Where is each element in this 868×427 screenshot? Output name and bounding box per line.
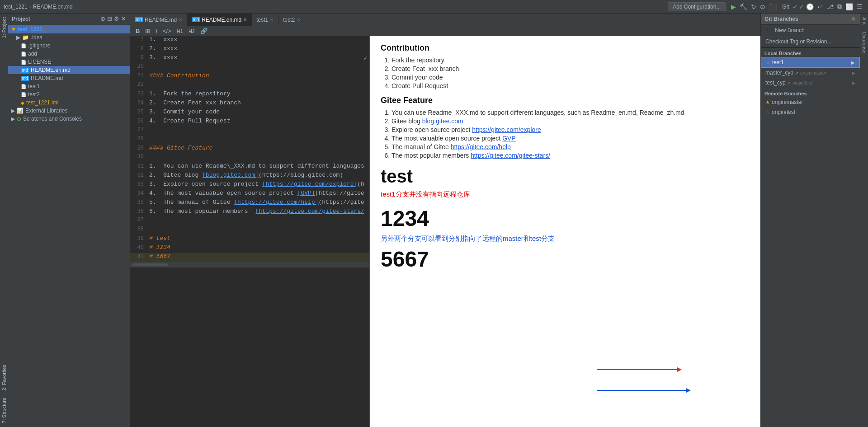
branch-name-master-cyp: master_cyp bbox=[765, 70, 793, 76]
tree-item-gitignore[interactable]: 📄 .gitignore bbox=[8, 42, 130, 50]
code-line-36: 36 6. The most popular members [https://… bbox=[130, 208, 369, 217]
settings-gear-button[interactable]: ⚙ bbox=[114, 15, 119, 22]
close-readme-en-md[interactable]: ✕ bbox=[243, 17, 247, 22]
tab-project[interactable]: 1: Project bbox=[0, 14, 8, 42]
code-line-26: 26 4. Create Pull Request bbox=[130, 117, 369, 127]
checkout-tag-action[interactable]: Checkout Tag or Revision... bbox=[761, 36, 860, 47]
italic-button[interactable]: I bbox=[154, 27, 159, 35]
editor-body: 17 1. xxxx 18 2. xxxx 19 3. xxxx ✓ 20 bbox=[130, 36, 760, 427]
code-line-25: 25 3. Commit your code bbox=[130, 108, 369, 117]
branch-item-test1[interactable]: ☆ test1 ▶ bbox=[761, 57, 860, 68]
editor-tabs-bar: md README.md ✕ md README.en.md ✕ test1 ✕… bbox=[130, 14, 760, 26]
preview-area: Contribution Fork the repository Create … bbox=[370, 36, 760, 427]
close-readme-md[interactable]: ✕ bbox=[179, 17, 182, 22]
project-tree: ▼ test_1221 D:/cyp/WorkSpace/idea_Projec… bbox=[8, 24, 130, 427]
git-undo-button[interactable]: ↩ bbox=[816, 3, 825, 10]
gitee-feature-list: You can use Readme_XXX.md to support dif… bbox=[381, 109, 750, 159]
code-line-28: 28 bbox=[130, 136, 369, 145]
checkout-tag-label: Checkout Tag or Revision... bbox=[765, 38, 832, 45]
code-line-22: 22 bbox=[130, 81, 369, 90]
git-branches-title: Git Branches bbox=[764, 16, 850, 22]
tab-ant[interactable]: Ant bbox=[860, 14, 868, 28]
collapse-all-button[interactable]: ⊕ bbox=[100, 15, 105, 22]
remote-branch-origin-test[interactable]: ☆ origin/test bbox=[761, 107, 860, 117]
tree-item-test1[interactable]: 📄 test1 bbox=[8, 82, 130, 90]
branch-item-master-cyp[interactable]: master_cyp ↗ origin/master ▶ bbox=[761, 68, 860, 78]
chevron-right-master: ▶ bbox=[852, 70, 855, 75]
branch-name-test-cyp: test_cyp bbox=[765, 80, 786, 86]
project-title: Project bbox=[12, 16, 99, 22]
git-branch-button[interactable]: ⎇ bbox=[825, 3, 835, 10]
close-panel-button[interactable]: ✕ bbox=[121, 15, 126, 22]
table-button[interactable]: ⊞ bbox=[143, 27, 152, 35]
code-button[interactable]: </> bbox=[161, 27, 173, 35]
code-line-41: 41 # 5667 bbox=[130, 253, 369, 262]
run-button[interactable]: ▶ bbox=[729, 3, 738, 10]
right-sidebar-tabs: Ant Database bbox=[860, 14, 868, 427]
reload-button[interactable]: ↻ bbox=[749, 3, 758, 10]
code-line-30: 30 bbox=[130, 154, 369, 163]
bold-button[interactable]: B bbox=[134, 27, 142, 35]
code-line-35: 35 5. The manual of Gitee [https://gitee… bbox=[130, 199, 369, 208]
new-branch-action[interactable]: + + New Branch bbox=[761, 25, 860, 36]
collapse-button[interactable]: ⊟ bbox=[107, 15, 112, 22]
gitee-explore-link[interactable]: https://gitee.com/explore bbox=[472, 126, 541, 133]
chevron-right-test1: ▶ bbox=[851, 60, 855, 65]
gvp-link[interactable]: GVP bbox=[502, 135, 516, 142]
build-button[interactable]: 🔨 bbox=[738, 3, 749, 10]
close-test1[interactable]: ✕ bbox=[270, 17, 274, 22]
gitee-item-5: The manual of Gitee https://gitee.com/he… bbox=[392, 143, 750, 150]
contribution-item-3: Commit your code bbox=[392, 74, 750, 81]
branch-item-test-cyp[interactable]: test_cyp ↗ origin/test ▶ bbox=[761, 78, 860, 88]
git-branches-panel: Git Branches ⚠ + + New Branch Checkout T… bbox=[760, 14, 860, 427]
tab-readme-en-md[interactable]: md README.en.md ✕ bbox=[187, 14, 252, 26]
tab-favorites[interactable]: 2: Favorites bbox=[0, 361, 8, 394]
tab-structure[interactable]: 7: Structure bbox=[0, 394, 8, 427]
h2-button[interactable]: H2 bbox=[187, 28, 197, 34]
remote-branch-origin-master[interactable]: ★ origin/master bbox=[761, 97, 860, 107]
tree-item-test2[interactable]: 📄 test2 bbox=[8, 90, 130, 99]
gitee-stars-link[interactable]: https://gitee.com/gitee-stars/ bbox=[471, 152, 550, 159]
stop-button[interactable]: ⬛ bbox=[767, 3, 778, 10]
maximize-button[interactable]: ⬜ bbox=[844, 3, 855, 10]
gitee-help-link[interactable]: https://gitee.com/help bbox=[451, 143, 511, 150]
tab-database[interactable]: Database bbox=[860, 28, 868, 57]
star-icon-origin-master: ★ bbox=[765, 99, 770, 105]
editor-area: md README.md ✕ md README.en.md ✕ test1 ✕… bbox=[130, 14, 760, 427]
link-button[interactable]: 🔗 bbox=[198, 27, 209, 35]
project-name: test_1221 bbox=[4, 4, 28, 10]
tree-item-readme[interactable]: md README.md bbox=[8, 74, 130, 82]
git-history-button[interactable]: 🕐 bbox=[804, 3, 816, 10]
tree-item-add[interactable]: 📄 add bbox=[8, 50, 130, 58]
settings-button[interactable]: ☰ bbox=[855, 3, 864, 10]
gitee-blog-link[interactable]: blog.gitee.com bbox=[422, 117, 463, 125]
code-editor[interactable]: 17 1. xxxx 18 2. xxxx 19 3. xxxx ✓ 20 bbox=[130, 36, 370, 427]
contribution-item-1: Fork the repository bbox=[392, 56, 750, 64]
tab-readme-md[interactable]: md README.md ✕ bbox=[130, 14, 187, 26]
add-configuration-button[interactable]: Add Configuration... bbox=[668, 2, 726, 11]
tree-item-scratches[interactable]: ▶ ⊙ Scratches and Consoles bbox=[8, 115, 130, 123]
git-branches-header: Git Branches ⚠ bbox=[761, 14, 860, 25]
contribution-heading: Contribution bbox=[381, 43, 750, 53]
tree-item-external-libs[interactable]: ▶ 📊 External Libraries bbox=[8, 107, 130, 115]
coverage-button[interactable]: ⊙ bbox=[758, 3, 767, 10]
tree-item-readme-en[interactable]: md README.en.md bbox=[8, 66, 130, 74]
tree-root-item[interactable]: ▼ test_1221 D:/cyp/WorkSpace/idea_Projec… bbox=[8, 25, 130, 33]
contribution-list: Fork the repository Create Feat_xxx bran… bbox=[381, 56, 750, 89]
breadcrumb-sep: › bbox=[29, 4, 31, 10]
code-line-38: 38 bbox=[130, 226, 369, 235]
tree-item-idea[interactable]: ▶ 📁 .idea bbox=[8, 33, 130, 42]
close-test2[interactable]: ✕ bbox=[297, 17, 300, 22]
tab-test2[interactable]: test2 ✕ bbox=[278, 14, 305, 26]
gitee-item-1: You can use Readme_XXX.md to support dif… bbox=[392, 109, 750, 116]
project-panel-header: Project ⊕ ⊟ ⚙ ✕ bbox=[8, 14, 130, 24]
h1-button[interactable]: H1 bbox=[175, 28, 185, 34]
git-check2-icon: ✓ bbox=[799, 3, 804, 10]
git-window-button[interactable]: ⧉ bbox=[835, 3, 844, 10]
origin-label-master: origin/master bbox=[800, 70, 826, 75]
tree-item-iml[interactable]: ◆ test_1221.iml bbox=[8, 99, 130, 107]
chevron-right-test-cyp: ▶ bbox=[852, 80, 855, 85]
code-line-21: 21 #### Contribution bbox=[130, 72, 369, 81]
tab-test1[interactable]: test1 ✕ bbox=[252, 14, 278, 26]
tree-item-license[interactable]: 📄 LICENSE bbox=[8, 58, 130, 66]
